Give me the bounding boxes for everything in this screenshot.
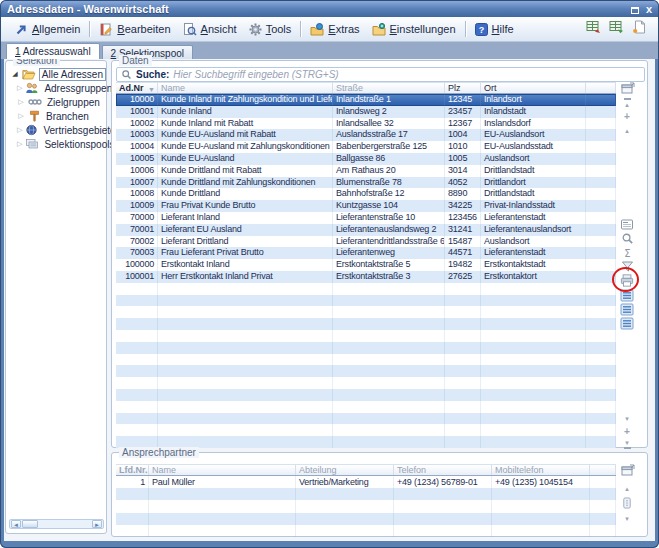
column-header-adnr[interactable]: Ad.Nr▼ xyxy=(116,83,158,93)
title-bar: Adressdaten - Warenwirtschaft x xyxy=(1,1,658,17)
menu-item-label: Allgemein xyxy=(32,23,80,35)
address-row[interactable] xyxy=(116,365,616,377)
address-row[interactable] xyxy=(116,283,616,295)
address-row[interactable] xyxy=(116,389,616,401)
address-row[interactable]: 70003Frau Lieferant Privat BruttoLiefera… xyxy=(116,247,616,259)
tree-item-alle-adressen[interactable]: ◢ Alle Adressen xyxy=(6,67,106,81)
scroll-to-top-button[interactable]: ▴ xyxy=(619,95,635,109)
column-chooser-button[interactable] xyxy=(620,464,635,476)
address-row[interactable]: 10004Kunde EU-Ausland mit Zahlungskondit… xyxy=(116,141,616,153)
scroll-to-bottom-button[interactable]: ▾ xyxy=(619,437,635,451)
sum-button[interactable]: Σ xyxy=(619,245,635,259)
address-row[interactable] xyxy=(116,377,616,389)
address-row[interactable]: 70002Lieferant DrittlandLieferantendritt… xyxy=(116,236,616,248)
tree-item-adressgruppen[interactable]: ▷Adressgruppen xyxy=(6,81,106,95)
menu-item-bearbeiten[interactable]: Bearbeiten xyxy=(93,21,176,38)
scrollbar-thumb[interactable] xyxy=(22,520,38,528)
column-header-telefon[interactable]: Telefon xyxy=(394,465,492,475)
expand-icon[interactable]: ▷ xyxy=(17,98,25,106)
contact-row[interactable] xyxy=(116,500,616,512)
address-row[interactable]: 10003Kunde EU-Ausland mit RabattAuslands… xyxy=(116,129,616,141)
menu-item-hilfe[interactable]: ?Hilfe xyxy=(469,21,520,38)
menu-item-ansicht[interactable]: Ansicht xyxy=(177,21,243,38)
close-button[interactable]: x xyxy=(646,4,652,14)
contact-row[interactable] xyxy=(116,525,616,537)
address-row[interactable] xyxy=(116,306,616,318)
table-cell xyxy=(590,500,616,512)
scroll-down-button[interactable]: ▾ xyxy=(619,411,635,425)
column-header-abteilung[interactable]: Abteilung xyxy=(296,465,394,475)
address-row[interactable]: 10007Kunde Drittland mit Zahlungskonditi… xyxy=(116,177,616,189)
column-header-lfdnr[interactable]: Lfd.Nr. xyxy=(116,465,149,475)
search-input[interactable] xyxy=(173,69,640,80)
address-row[interactable]: 10000Kunde Inland mit Zahlungskondition … xyxy=(116,94,616,106)
expand-icon[interactable]: ▷ xyxy=(17,84,22,92)
add-row-button-bottom[interactable]: + xyxy=(619,424,635,438)
contact-row[interactable]: 1Paul MüllerVertrieb/Marketing+49 (1234)… xyxy=(116,476,616,488)
address-row[interactable] xyxy=(116,424,616,436)
restore-button[interactable] xyxy=(631,0,639,18)
list-view-button-3[interactable] xyxy=(619,316,635,330)
column-header-empty[interactable] xyxy=(586,83,616,93)
column-header-name[interactable]: Name xyxy=(158,83,333,93)
tree-item-branchen[interactable]: ▷Branchen xyxy=(6,109,106,123)
table-cell xyxy=(445,377,481,389)
tab-adressauswahl[interactable]: 1 Adressauswahl xyxy=(6,43,100,59)
address-row[interactable]: 10002Kunde Inland mit RabattInlandsallee… xyxy=(116,118,616,130)
address-row[interactable] xyxy=(116,295,616,307)
address-row[interactable] xyxy=(116,342,616,354)
address-row[interactable] xyxy=(116,330,616,342)
address-row[interactable]: 10008Kunde DrittlandBahnhofstraße 128890… xyxy=(116,188,616,200)
table-cell xyxy=(158,389,333,401)
add-row-button[interactable]: + xyxy=(619,109,635,123)
address-row[interactable]: 70000Lieferant InlandLieferantenstraße 1… xyxy=(116,212,616,224)
scroll-right-button[interactable]: ► xyxy=(92,520,102,528)
address-row[interactable] xyxy=(116,354,616,366)
column-chooser-button[interactable] xyxy=(620,82,635,94)
address-row[interactable]: 10006Kunde Drittland mit RabattAm Rathau… xyxy=(116,165,616,177)
address-row[interactable]: 10009Frau Privat Kunde BruttoKuntzgasse … xyxy=(116,200,616,212)
expand-icon[interactable]: ▷ xyxy=(17,112,25,120)
table-cell xyxy=(394,500,492,512)
scroll-up-button[interactable]: ▴ xyxy=(619,481,635,495)
address-row[interactable] xyxy=(116,413,616,425)
scroll-up-button[interactable]: ▴ xyxy=(619,123,635,137)
scroll-left-button[interactable]: ◄ xyxy=(11,520,21,528)
menu-item-allgemein[interactable]: Allgemein xyxy=(9,21,86,38)
address-row[interactable] xyxy=(116,318,616,330)
search-button[interactable] xyxy=(619,231,635,245)
address-row[interactable] xyxy=(116,401,616,413)
table-cell xyxy=(116,513,149,525)
column-header-empty[interactable] xyxy=(590,465,616,475)
menu-item-extras[interactable]: Extras xyxy=(304,21,365,38)
menu-item-einstellungen[interactable]: Einstellungen xyxy=(366,21,462,38)
export-table-button[interactable] xyxy=(586,20,601,38)
column-header-ort[interactable]: Ort xyxy=(481,83,586,93)
import-table-button[interactable] xyxy=(609,20,624,38)
tree-item-vertriebsgebiete[interactable]: ▷Vertriebsgebiete xyxy=(6,123,106,137)
expand-icon[interactable]: ◢ xyxy=(11,70,19,78)
address-row[interactable]: 100001Herr Erstkontakt Inland PrivatErst… xyxy=(116,271,616,283)
contact-row[interactable] xyxy=(116,513,616,525)
scrollbar-thumb-icon[interactable] xyxy=(619,496,635,510)
contact-row[interactable] xyxy=(116,488,616,500)
detail-card-button[interactable] xyxy=(619,217,635,231)
tree-item-zielgruppen[interactable]: ▷Zielgruppen xyxy=(6,95,106,109)
menu-item-tools[interactable]: Tools xyxy=(243,21,298,38)
list-view-button-2[interactable] xyxy=(619,302,635,316)
column-header-strae[interactable]: Straße xyxy=(333,83,445,93)
address-row[interactable]: 10001Kunde InlandInlandsweg 223457Inland… xyxy=(116,106,616,118)
address-row[interactable]: 70001Lieferant EU AuslandLieferantenausl… xyxy=(116,224,616,236)
column-header-mobiltelefon[interactable]: Mobiltelefon xyxy=(492,465,590,475)
tree-item-selektionspools[interactable]: ▷Selektionspools xyxy=(6,137,106,151)
new-document-button[interactable] xyxy=(632,20,646,38)
scroll-down-button[interactable]: ▾ xyxy=(619,511,635,525)
address-row[interactable]: 100000Erstkontakt InlandErstkontaktstraß… xyxy=(116,259,616,271)
address-row[interactable]: 10005Kunde EU-AuslandBallgasse 861005Aus… xyxy=(116,153,616,165)
column-header-plz[interactable]: Plz xyxy=(445,83,481,93)
horizontal-scrollbar[interactable]: ◄ ► xyxy=(9,519,104,529)
table-cell: 31241 xyxy=(445,224,481,236)
expand-icon[interactable]: ▷ xyxy=(17,140,22,148)
expand-icon[interactable]: ▷ xyxy=(17,126,22,134)
column-header-name[interactable]: Name xyxy=(149,465,296,475)
